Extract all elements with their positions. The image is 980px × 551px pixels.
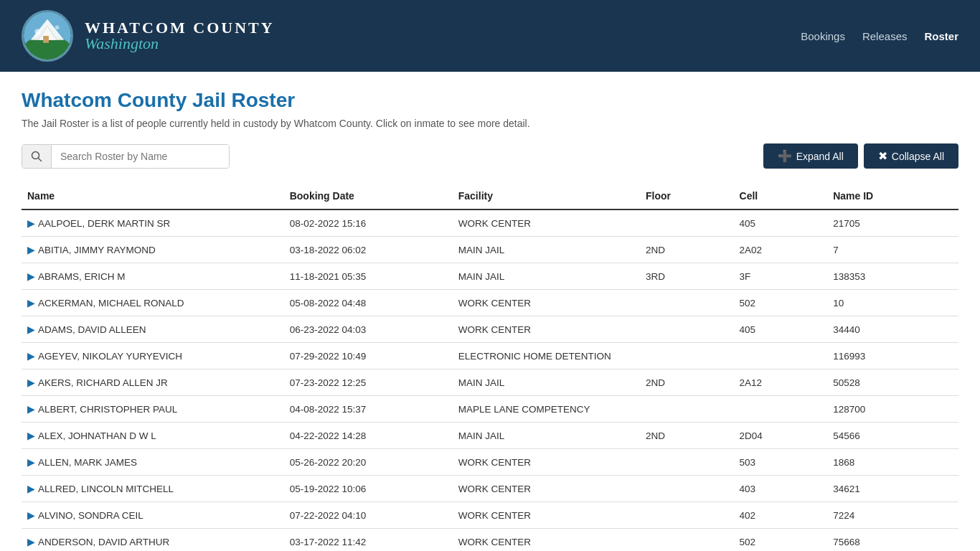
county-logo: [22, 10, 73, 62]
row-expand-icon: ▶: [27, 244, 35, 255]
logo-area: WHATCOM COUNTY Washington: [22, 10, 275, 62]
collapse-label: Collapse All: [892, 151, 944, 162]
page-description: The Jail Roster is a list of people curr…: [22, 118, 958, 129]
row-expand-icon: ▶: [27, 456, 35, 468]
svg-rect-5: [43, 36, 49, 43]
controls-row: ➕ Expand All ✖ Collapse All: [22, 143, 958, 169]
roster-table: Name Booking Date Facility Floor Cell Na…: [22, 183, 958, 551]
table-row[interactable]: ▶ALLEN, MARK JAMES05-26-2022 20:20WORK C…: [22, 449, 958, 476]
row-expand-icon: ▶: [27, 483, 35, 494]
search-container: [22, 144, 230, 169]
expand-icon: ➕: [778, 149, 792, 163]
state-name: Washington: [85, 34, 275, 53]
col-header-floor: Floor: [640, 183, 734, 209]
svg-point-7: [55, 25, 60, 29]
site-header: WHATCOM COUNTY Washington Bookings Relea…: [0, 0, 980, 72]
col-header-booking: Booking Date: [284, 183, 453, 209]
svg-line-9: [39, 158, 42, 161]
nav-bookings[interactable]: Bookings: [801, 30, 845, 42]
row-expand-icon: ▶: [27, 270, 35, 282]
col-header-cell: Cell: [734, 183, 828, 209]
nav-releases[interactable]: Releases: [862, 30, 908, 42]
svg-point-6: [35, 29, 41, 34]
col-header-name: Name: [22, 183, 284, 209]
table-body: ▶AALPOEL, DERK MARTIN SR08-02-2022 15:16…: [22, 209, 958, 551]
row-expand-icon: ▶: [27, 377, 35, 388]
table-row[interactable]: ▶ABRAMS, ERICH M11-18-2021 05:35MAIN JAI…: [22, 263, 958, 290]
table-row[interactable]: ▶AALPOEL, DERK MARTIN SR08-02-2022 15:16…: [22, 209, 958, 237]
action-buttons: ➕ Expand All ✖ Collapse All: [763, 143, 958, 169]
table-row[interactable]: ▶AKERS, RICHARD ALLEN JR07-23-2022 12:25…: [22, 369, 958, 396]
table-row[interactable]: ▶ACKERMAN, MICHAEL RONALD05-08-2022 04:4…: [22, 290, 958, 316]
expand-all-button[interactable]: ➕ Expand All: [763, 143, 858, 169]
collapse-icon: ✖: [878, 149, 887, 163]
row-expand-icon: ▶: [27, 297, 35, 309]
col-header-nameid: Name ID: [827, 183, 958, 209]
table-header: Name Booking Date Facility Floor Cell Na…: [22, 183, 958, 209]
row-expand-icon: ▶: [27, 509, 35, 521]
table-row[interactable]: ▶ALBERT, CHRISTOPHER PAUL04-08-2022 15:3…: [22, 396, 958, 423]
expand-label: Expand All: [796, 151, 844, 162]
table-row[interactable]: ▶ALLRED, LINCOLN MITCHELL05-19-2022 10:0…: [22, 476, 958, 502]
search-icon: [22, 145, 52, 168]
col-header-facility: Facility: [453, 183, 640, 209]
table-row[interactable]: ▶ADAMS, DAVID ALLEEN06-23-2022 04:03WORK…: [22, 316, 958, 343]
table-row[interactable]: ▶ANDERSON, DAVID ARTHUR03-17-2022 11:42W…: [22, 529, 958, 552]
row-expand-icon: ▶: [27, 403, 35, 415]
row-expand-icon: ▶: [27, 536, 35, 547]
row-expand-icon: ▶: [27, 217, 35, 229]
row-expand-icon: ▶: [27, 324, 35, 335]
site-title: WHATCOM COUNTY Washington: [85, 19, 275, 53]
table-row[interactable]: ▶ALVINO, SONDRA CEIL07-22-2022 04:10WORK…: [22, 502, 958, 529]
table-row[interactable]: ▶ABITIA, JIMMY RAYMOND03-18-2022 06:02MA…: [22, 237, 958, 263]
header-row: Name Booking Date Facility Floor Cell Na…: [22, 183, 958, 209]
nav-roster[interactable]: Roster: [924, 30, 958, 42]
main-nav: Bookings Releases Roster: [801, 30, 958, 42]
page-title: Whatcom County Jail Roster: [22, 89, 958, 112]
main-content: Whatcom County Jail Roster The Jail Rost…: [0, 72, 980, 551]
search-input[interactable]: [52, 145, 229, 168]
collapse-all-button[interactable]: ✖ Collapse All: [864, 143, 958, 169]
row-expand-icon: ▶: [27, 350, 35, 362]
row-expand-icon: ▶: [27, 430, 35, 441]
table-row[interactable]: ▶AGEYEV, NIKOLAY YURYEVICH07-29-2022 10:…: [22, 343, 958, 369]
table-row[interactable]: ▶ALEX, JOHNATHAN D W L04-22-2022 14:28MA…: [22, 423, 958, 449]
